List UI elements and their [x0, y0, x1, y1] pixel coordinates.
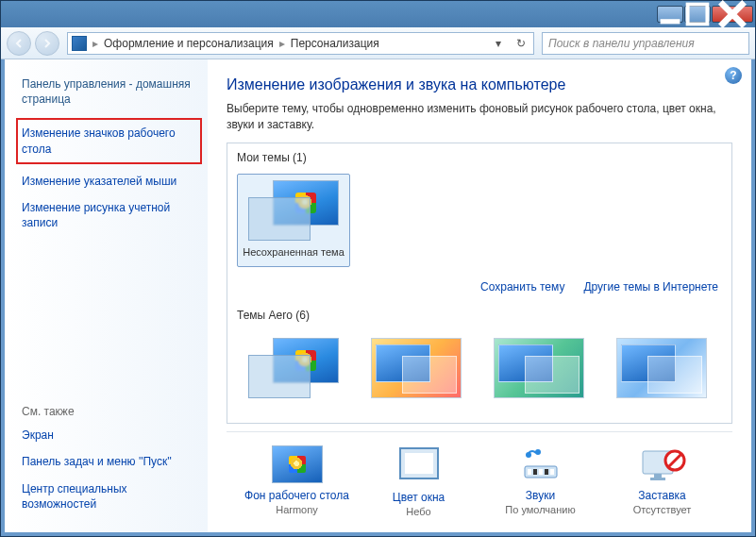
svg-point-2 — [526, 452, 531, 458]
sidebar-link-desktop-icons[interactable]: Изменение значков рабочего стола — [16, 118, 202, 163]
address-bar[interactable]: ▸ Оформление и персонализация ▸ Персонал… — [67, 32, 534, 55]
minimize-button[interactable] — [657, 6, 683, 23]
screensaver-icon — [637, 445, 688, 483]
svg-point-3 — [535, 449, 541, 455]
search-input[interactable]: Поиск в панели управления — [542, 32, 749, 55]
see-also-label: См. также — [22, 405, 198, 418]
theme-aero-1[interactable] — [237, 331, 350, 412]
svg-rect-5 — [528, 469, 531, 475]
sidebar-link-account-picture[interactable]: Изменение рисунка учетной записи — [22, 200, 198, 230]
refresh-button[interactable]: ↻ — [512, 37, 529, 50]
svg-rect-9 — [550, 469, 554, 475]
theme-aero-4[interactable] — [605, 331, 718, 412]
chevron-right-icon: ▸ — [92, 37, 98, 50]
svg-rect-0 — [661, 19, 680, 24]
svg-rect-8 — [545, 469, 548, 475]
theme-aero-3[interactable] — [482, 331, 596, 412]
help-icon[interactable]: ? — [725, 67, 742, 84]
my-themes-header: Мои темы (1) — [227, 143, 731, 168]
window-color-icon — [399, 447, 439, 479]
svg-rect-11 — [654, 474, 662, 478]
theme-thumbnail — [248, 338, 339, 398]
theme-thumbnail — [616, 338, 707, 398]
forward-button[interactable] — [35, 31, 59, 56]
theme-label: Несохраненная тема — [242, 246, 345, 259]
svg-rect-1 — [688, 5, 708, 25]
theme-thumbnail — [371, 338, 462, 398]
theme-thumbnail — [248, 180, 339, 241]
theme-list[interactable]: Мои темы (1) Несохраненная тема Сохранит… — [227, 143, 732, 424]
body: Панель управления - домашняя страница Из… — [1, 59, 755, 536]
setting-screensaver[interactable]: Заставка Отсутствует — [606, 445, 719, 517]
desktop-bg-icon — [272, 445, 323, 483]
see-also-taskbar[interactable]: Панель задач и меню ''Пуск'' — [22, 454, 198, 469]
sounds-icon — [515, 445, 566, 483]
setting-desktop-bg[interactable]: Фон рабочего стола Harmony — [241, 445, 354, 517]
control-panel-icon — [72, 36, 87, 51]
address-dropdown[interactable]: ▾ — [490, 37, 507, 50]
close-button[interactable] — [712, 6, 753, 23]
page-title: Изменение изображения и звука на компьют… — [227, 76, 732, 93]
svg-rect-6 — [533, 469, 537, 475]
theme-aero-2[interactable] — [360, 331, 473, 412]
sidebar-link-mouse-pointers[interactable]: Изменение указателей мыши — [22, 174, 198, 189]
svg-rect-12 — [650, 478, 665, 480]
chevron-right-icon: ▸ — [279, 37, 285, 50]
navbar: ▸ Оформление и персонализация ▸ Персонал… — [1, 27, 755, 59]
page-desc: Выберите тему, чтобы одновременно измени… — [227, 101, 732, 133]
save-theme-link[interactable]: Сохранить тему — [480, 280, 564, 294]
theme-unsaved[interactable]: Несохраненная тема — [237, 174, 350, 267]
main-content: ? Изменение изображения и звука на компь… — [208, 59, 751, 532]
see-also-display[interactable]: Экран — [22, 428, 198, 443]
theme-action-links: Сохранить тему Другие темы в Интернете — [227, 273, 731, 301]
breadcrumb-appearance[interactable]: Оформление и персонализация — [104, 37, 274, 50]
settings-row: Фон рабочего стола Harmony Цвет окна Неб… — [227, 431, 732, 523]
setting-window-color[interactable]: Цвет окна Небо — [362, 445, 476, 517]
maximize-button[interactable] — [684, 6, 711, 23]
breadcrumb-personalization[interactable]: Персонализация — [291, 37, 379, 50]
sidebar-home-link[interactable]: Панель управления - домашняя страница — [22, 76, 198, 107]
setting-sounds[interactable]: Звуки По умолчанию — [484, 445, 597, 517]
titlebar — [1, 1, 755, 27]
see-also-ease-of-access[interactable]: Центр специальных возможностей — [22, 481, 198, 512]
sidebar: Панель управления - домашняя страница Из… — [5, 59, 208, 532]
more-themes-link[interactable]: Другие темы в Интернете — [583, 280, 718, 294]
back-button[interactable] — [7, 31, 31, 56]
personalization-window: ▸ Оформление и персонализация ▸ Персонал… — [0, 0, 756, 537]
theme-thumbnail — [494, 338, 584, 398]
aero-themes-header: Темы Aero (6) — [227, 301, 731, 326]
svg-rect-7 — [539, 469, 543, 475]
